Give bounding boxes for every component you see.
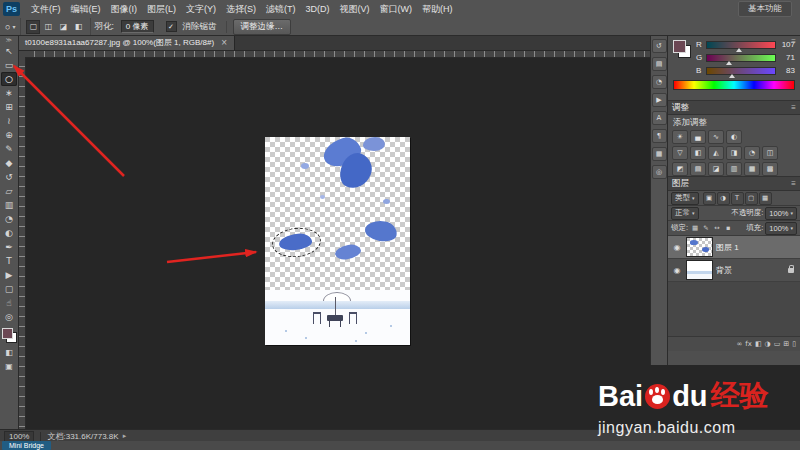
curves-icon[interactable]: ∿ bbox=[708, 130, 724, 144]
new-adjustment-layer-icon[interactable]: ◑ bbox=[765, 340, 771, 348]
vibrance-icon[interactable]: ▽ bbox=[672, 146, 688, 160]
layer-filter-dropdown[interactable]: 类型▾ bbox=[671, 192, 699, 205]
close-tab-icon[interactable]: × bbox=[221, 38, 227, 48]
menu-item[interactable]: 图层(L) bbox=[142, 1, 181, 18]
layer-row-background[interactable]: ◉ 背景 bbox=[668, 259, 800, 282]
threshold-icon[interactable]: ◪ bbox=[708, 162, 724, 176]
menu-item[interactable]: 3D(D) bbox=[301, 1, 335, 18]
path-selection-tool[interactable]: ▶ bbox=[1, 268, 17, 282]
feather-input[interactable]: 0 像素 bbox=[121, 20, 154, 33]
hand-tool[interactable]: ☝ bbox=[1, 296, 17, 310]
foreground-color-swatch[interactable] bbox=[673, 40, 686, 53]
clone-stamp-tool[interactable]: ◆ bbox=[1, 156, 17, 170]
new-group-icon[interactable]: ▭ bbox=[774, 340, 781, 348]
healing-brush-tool[interactable]: ⊕ bbox=[1, 128, 17, 142]
document-tab[interactable]: t0100e8931a1aa67287.jpg @ 100%(图层 1, RGB… bbox=[18, 35, 235, 50]
shape-tool[interactable]: ▢ bbox=[1, 282, 17, 296]
hue-saturation-icon[interactable]: ◧ bbox=[690, 146, 706, 160]
exposure-icon[interactable]: ◐ bbox=[726, 130, 742, 144]
menu-item[interactable]: 选择(S) bbox=[221, 1, 261, 18]
layer-row-layer1[interactable]: ◉ 图层 1 bbox=[668, 236, 800, 259]
intersect-selection-icon[interactable]: ◧ bbox=[71, 20, 85, 34]
levels-icon[interactable]: ▄ bbox=[690, 130, 706, 144]
new-selection-icon[interactable]: ▢ bbox=[26, 20, 40, 34]
menu-item[interactable]: 编辑(E) bbox=[66, 1, 106, 18]
pen-tool[interactable]: ✒ bbox=[1, 240, 17, 254]
zoom-level-field[interactable]: 100% bbox=[4, 431, 34, 442]
history-panel-icon[interactable]: ↺ bbox=[652, 39, 667, 53]
menu-item[interactable]: 窗口(W) bbox=[375, 1, 418, 18]
brush-tool[interactable]: ✎ bbox=[1, 142, 17, 156]
green-slider[interactable] bbox=[706, 54, 776, 62]
filter-shape-layers-icon[interactable]: ▢ bbox=[745, 192, 758, 205]
foreground-color-swatch[interactable] bbox=[2, 328, 13, 339]
filter-pixel-layers-icon[interactable]: ▣ bbox=[703, 192, 716, 205]
color-lookup-icon[interactable]: ▩ bbox=[762, 162, 778, 176]
tab-adjustments[interactable]: 调整 bbox=[672, 102, 689, 114]
channel-mixer-icon[interactable]: ◫ bbox=[762, 146, 778, 160]
crop-tool[interactable]: ⊞ bbox=[1, 100, 17, 114]
antialias-checkbox[interactable]: ✓ bbox=[166, 21, 177, 32]
add-to-selection-icon[interactable]: ◫ bbox=[41, 20, 55, 34]
filter-type-layers-icon[interactable]: T bbox=[731, 192, 744, 205]
blue-slider[interactable] bbox=[706, 67, 776, 75]
filter-adjustment-layers-icon[interactable]: ◑ bbox=[717, 192, 730, 205]
type-tool[interactable]: T bbox=[1, 254, 17, 268]
collapse-toolbar-icon[interactable]: ≫ bbox=[6, 36, 12, 44]
lock-position-icon[interactable]: ↔ bbox=[712, 223, 722, 233]
refine-edge-button[interactable]: 调整边缘… bbox=[233, 19, 292, 35]
menu-item[interactable]: 文字(Y) bbox=[181, 1, 221, 18]
green-value[interactable]: 71 bbox=[779, 53, 795, 62]
lock-all-icon[interactable]: ▪ bbox=[723, 223, 733, 233]
menu-item[interactable]: 图像(I) bbox=[106, 1, 143, 18]
dodge-tool[interactable]: ◐ bbox=[1, 226, 17, 240]
color-balance-icon[interactable]: ◭ bbox=[708, 146, 724, 160]
properties-panel-icon[interactable]: ▤ bbox=[652, 57, 667, 71]
eraser-tool[interactable]: ▱ bbox=[1, 184, 17, 198]
lock-transparent-pixels-icon[interactable]: ▦ bbox=[690, 223, 700, 233]
menu-item[interactable]: 文件(F) bbox=[26, 1, 66, 18]
swatches-panel-icon[interactable]: ▦ bbox=[652, 147, 667, 161]
photo-filter-icon[interactable]: ◔ bbox=[744, 146, 760, 160]
red-slider[interactable] bbox=[706, 41, 776, 49]
workspace-switcher[interactable]: 基本功能 bbox=[738, 1, 792, 17]
gradient-tool[interactable]: ▥ bbox=[1, 198, 17, 212]
history-brush-tool[interactable]: ↺ bbox=[1, 170, 17, 184]
move-tool[interactable]: ↖ bbox=[1, 44, 17, 58]
invert-icon[interactable]: ◩ bbox=[672, 162, 688, 176]
selective-color-icon[interactable]: ▦ bbox=[744, 162, 760, 176]
layer1-thumbnail[interactable] bbox=[686, 237, 713, 257]
black-white-icon[interactable]: ◨ bbox=[726, 146, 742, 160]
panel-menu-icon[interactable]: ≡ bbox=[791, 103, 796, 112]
mini-bridge-button[interactable]: Mini Bridge bbox=[2, 441, 51, 450]
lock-image-pixels-icon[interactable]: ✎ bbox=[701, 223, 711, 233]
blend-mode-dropdown[interactable]: 正常▾ bbox=[671, 207, 699, 220]
brightness-contrast-icon[interactable]: ☀ bbox=[672, 130, 688, 144]
visibility-eye-icon[interactable]: ◉ bbox=[671, 266, 683, 275]
paragraph-panel-icon[interactable]: ¶ bbox=[652, 129, 667, 143]
tab-layers[interactable]: 图层 bbox=[672, 178, 689, 190]
quick-mask-button[interactable]: ◧ bbox=[1, 345, 17, 359]
background-thumbnail[interactable] bbox=[686, 260, 713, 280]
subtract-from-selection-icon[interactable]: ◪ bbox=[56, 20, 70, 34]
delete-layer-icon[interactable]: ▯ bbox=[792, 340, 796, 348]
visibility-eye-icon[interactable]: ◉ bbox=[671, 243, 683, 252]
filter-smart-objects-icon[interactable]: ▦ bbox=[759, 192, 772, 205]
fill-dropdown[interactable]: 100%▾ bbox=[765, 222, 797, 235]
actions-panel-icon[interactable]: ▶ bbox=[652, 93, 667, 107]
info-panel-icon[interactable]: ◔ bbox=[652, 75, 667, 89]
tool-preset-picker[interactable]: ○ ▾ bbox=[0, 18, 21, 35]
menu-item[interactable]: 滤镜(T) bbox=[261, 1, 301, 18]
opacity-dropdown[interactable]: 100%▾ bbox=[765, 207, 797, 220]
blue-value[interactable]: 83 bbox=[779, 66, 795, 75]
document-canvas[interactable] bbox=[265, 137, 410, 345]
layer-name[interactable]: 图层 1 bbox=[716, 242, 739, 253]
layer-name[interactable]: 背景 bbox=[716, 265, 732, 276]
character-panel-icon[interactable]: A bbox=[652, 111, 667, 125]
panel-menu-icon[interactable]: ≡ bbox=[791, 179, 796, 188]
quick-selection-tool[interactable]: ∗ bbox=[1, 86, 17, 100]
add-layer-mask-icon[interactable]: ◧ bbox=[755, 340, 762, 348]
blur-tool[interactable]: ◔ bbox=[1, 212, 17, 226]
screen-mode-button[interactable]: ▣ bbox=[1, 359, 17, 373]
new-layer-icon[interactable]: ⊞ bbox=[783, 340, 789, 348]
